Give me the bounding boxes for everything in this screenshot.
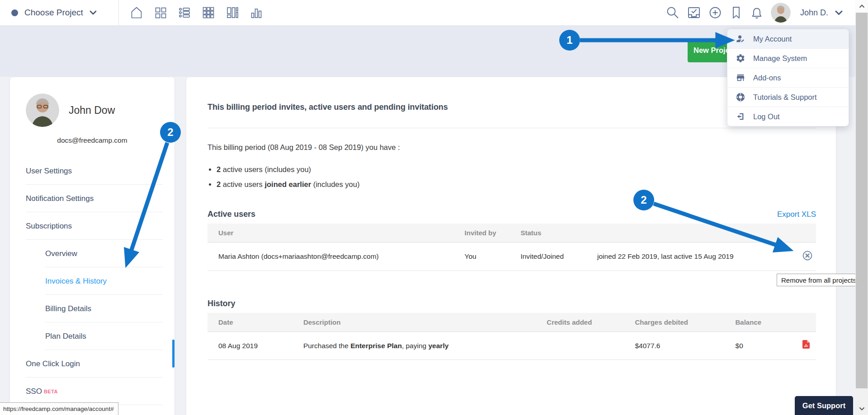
col-credits-added: Credits added	[542, 313, 630, 332]
page-title: This billing period invites, active user…	[208, 103, 816, 112]
menu-item-add-ons[interactable]: Add-ons	[727, 68, 849, 88]
title-divider	[208, 128, 816, 128]
remove-tooltip: Remove from all projects	[777, 274, 861, 286]
scroll-down-icon[interactable]	[855, 402, 868, 415]
col-activity	[593, 224, 793, 242]
page-scrollbar[interactable]	[855, 0, 868, 415]
activity-cell: joined 22 Feb 2019, last active 15 Aug 2…	[593, 242, 793, 271]
gear-icon	[736, 53, 745, 63]
table-row: Maria Ashton (docs+mariaashton@freedcamp…	[208, 242, 816, 271]
sidebar-item-billing-details[interactable]: Billing Details	[10, 295, 175, 322]
col-actions	[793, 224, 816, 242]
col-balance: Balance	[731, 313, 792, 332]
menu-item-tutorials-support[interactable]: Tutorials & Support	[727, 88, 849, 107]
dashboard-grid-icon[interactable]	[154, 6, 167, 19]
remove-user-icon[interactable]	[802, 251, 812, 261]
add-icon[interactable]	[708, 5, 722, 20]
project-selector-label: Choose Project	[24, 8, 83, 18]
tasks-inbox-icon[interactable]	[687, 5, 701, 20]
sidebar-item-user-settings[interactable]: User Settings	[10, 157, 175, 185]
col-invoice	[792, 313, 816, 332]
boards-icon[interactable]	[226, 6, 239, 19]
invited-by-cell: You	[460, 242, 516, 271]
sidebar-item-notification-settings[interactable]: Notification Settings	[10, 185, 175, 212]
scroll-up-icon[interactable]	[855, 0, 868, 13]
history-title: History	[208, 299, 816, 308]
account-sidebar: John Dow docs@freedcamp.com User Setting…	[10, 77, 175, 415]
col-description: Description	[299, 313, 542, 332]
logout-icon	[736, 112, 745, 121]
home-icon[interactable]	[130, 6, 143, 19]
history-table: Date Description Credits added Charges d…	[208, 313, 816, 360]
sidebar-item-sso[interactable]: SSOBETA	[10, 378, 175, 405]
person-edit-icon	[736, 34, 745, 44]
chevron-down-icon[interactable]	[835, 10, 843, 15]
active-item-indicator	[172, 340, 175, 368]
get-support-button[interactable]: Get Support	[795, 396, 853, 415]
status-cell: Invited/Joined	[516, 242, 593, 271]
menu-item-manage-system[interactable]: Manage System	[727, 49, 849, 68]
balance-cell: $0	[731, 332, 792, 360]
menu-item-log-out[interactable]: Log Out	[727, 107, 849, 126]
scrollbar-thumb[interactable]	[856, 13, 868, 388]
bullet-active-users: 2 active users (includes you)	[208, 165, 816, 174]
search-icon[interactable]	[665, 5, 680, 20]
store-icon	[736, 73, 745, 83]
navbar-divider	[118, 0, 119, 25]
project-color-dot	[11, 9, 18, 16]
bookmarks-icon[interactable]	[729, 5, 743, 20]
tasks-list-icon[interactable]	[178, 6, 191, 19]
apps-grid-icon[interactable]	[202, 6, 215, 19]
menu-item-label: Manage System	[753, 54, 807, 63]
export-xls-link[interactable]: Export XLS	[777, 210, 816, 219]
project-selector[interactable]: Choose Project	[0, 8, 97, 18]
billing-bullets: 2 active users (includes you) 2 active u…	[208, 165, 816, 189]
sidebar-item-invoices-history[interactable]: Invoices & History	[10, 267, 175, 295]
menu-item-label: Log Out	[753, 112, 780, 121]
charges-cell: $4077.6	[630, 332, 731, 360]
life-ring-icon	[736, 92, 745, 102]
billing-content-card: This billing period invites, active user…	[186, 77, 836, 415]
status-bar-url: https://freedcamp.com/manage/account#	[0, 402, 118, 415]
bullet-joined-earlier: 2 active users joined earlier (includes …	[208, 180, 816, 189]
chevron-down-icon	[90, 10, 97, 15]
user-menu-trigger[interactable]: John D.	[800, 8, 828, 18]
user-cell: Maria Ashton (docs+mariaashton@freedcamp…	[208, 242, 460, 271]
profile-name: John Dow	[69, 104, 115, 117]
col-status: Status	[516, 224, 593, 242]
beta-badge: BETA	[44, 389, 58, 394]
date-cell: 08 Aug 2019	[208, 332, 299, 360]
top-navbar: Choose Project John D.	[0, 0, 868, 26]
description-cell: Purchased the Enterprise Plan, paying ye…	[299, 332, 542, 360]
notifications-bell-icon[interactable]	[750, 5, 764, 20]
profile-avatar	[26, 93, 59, 127]
sidebar-item-plan-details[interactable]: Plan Details	[10, 322, 175, 350]
menu-item-label: My Account	[753, 35, 792, 43]
active-users-title: Active users	[208, 210, 255, 219]
user-dropdown-menu: My Account Manage System Add-ons Tutoria…	[727, 29, 849, 126]
sidebar-item-subscriptions[interactable]: Subscriptions	[10, 212, 175, 240]
col-user: User	[208, 224, 460, 242]
table-row: 08 Aug 2019 Purchased the Enterprise Pla…	[208, 332, 816, 360]
pdf-invoice-icon[interactable]	[802, 340, 810, 350]
menu-item-label: Tutorials & Support	[753, 93, 817, 102]
menu-item-my-account[interactable]: My Account	[727, 29, 849, 49]
user-avatar[interactable]	[771, 3, 791, 23]
profile-email: docs@freedcamp.com	[10, 136, 175, 145]
active-users-table: User Invited by Status Maria Ashton (doc…	[208, 224, 816, 271]
col-charges-debited: Charges debited	[630, 313, 731, 332]
freedcamp-account-page: Choose Project John D. New Project	[0, 0, 868, 415]
credits-cell	[542, 332, 630, 360]
sidebar-item-one-click-login[interactable]: One Click Login	[10, 350, 175, 378]
menu-item-label: Add-ons	[753, 74, 781, 82]
reports-chart-icon[interactable]	[250, 6, 263, 19]
billing-period-line: This billing period (08 Aug 2019 - 08 Se…	[208, 143, 816, 152]
col-invited-by: Invited by	[460, 224, 516, 242]
sidebar-item-overview[interactable]: Overview	[10, 240, 175, 267]
col-date: Date	[208, 313, 299, 332]
